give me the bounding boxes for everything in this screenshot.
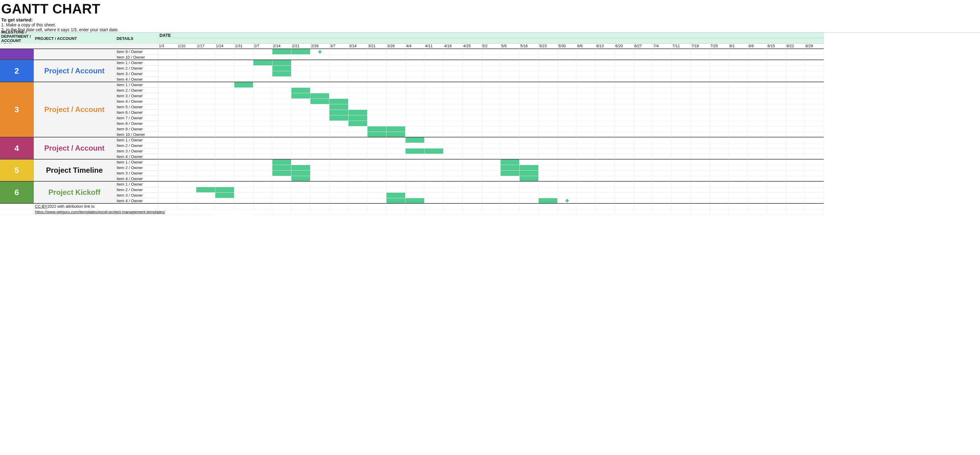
timeline-cell[interactable] bbox=[539, 82, 558, 88]
timeline-cell[interactable] bbox=[406, 82, 425, 88]
timeline-cell[interactable] bbox=[272, 115, 291, 121]
timeline-cell[interactable] bbox=[767, 137, 786, 143]
gantt-bar-cell[interactable] bbox=[368, 126, 387, 132]
timeline-cell[interactable] bbox=[196, 154, 215, 159]
timeline-cell[interactable] bbox=[463, 159, 482, 165]
timeline-cell[interactable] bbox=[482, 60, 501, 66]
timeline-cell[interactable] bbox=[672, 148, 691, 154]
timeline-cell[interactable] bbox=[786, 121, 805, 126]
timeline-cell[interactable] bbox=[158, 88, 177, 93]
timeline-cell[interactable] bbox=[253, 55, 272, 60]
timeline-cell[interactable] bbox=[729, 176, 748, 181]
timeline-cell[interactable] bbox=[425, 204, 444, 209]
timeline-cell[interactable] bbox=[729, 60, 748, 66]
timeline-cell[interactable] bbox=[729, 198, 748, 204]
timeline-cell[interactable] bbox=[767, 132, 786, 137]
timeline-cell[interactable] bbox=[672, 66, 691, 71]
timeline-cell[interactable] bbox=[425, 143, 444, 148]
date-col-3-7[interactable]: 3/7 bbox=[329, 44, 348, 49]
timeline-cell[interactable] bbox=[234, 143, 253, 148]
timeline-cell[interactable] bbox=[291, 137, 310, 143]
timeline-cell[interactable] bbox=[368, 93, 387, 99]
detail-cell[interactable]: Item 3 / Owner bbox=[115, 71, 158, 77]
timeline-cell[interactable] bbox=[291, 110, 310, 115]
timeline-cell[interactable] bbox=[691, 71, 710, 77]
timeline-cell[interactable] bbox=[272, 88, 291, 93]
timeline-cell[interactable] bbox=[501, 110, 520, 115]
timeline-cell[interactable] bbox=[691, 198, 710, 204]
timeline-cell[interactable] bbox=[482, 137, 501, 143]
timeline-cell[interactable] bbox=[786, 209, 805, 215]
timeline-cell[interactable] bbox=[291, 77, 310, 82]
timeline-cell[interactable] bbox=[558, 88, 577, 93]
timeline-cell[interactable] bbox=[444, 66, 463, 71]
timeline-cell[interactable] bbox=[786, 132, 805, 137]
timeline-cell[interactable] bbox=[387, 154, 406, 159]
timeline-cell[interactable] bbox=[482, 170, 501, 176]
timeline-cell[interactable] bbox=[463, 110, 482, 115]
timeline-cell[interactable] bbox=[329, 93, 348, 99]
timeline-cell[interactable] bbox=[272, 104, 291, 110]
timeline-cell[interactable] bbox=[596, 159, 615, 165]
timeline-cell[interactable] bbox=[615, 148, 634, 154]
timeline-cell[interactable] bbox=[805, 137, 824, 143]
timeline-cell[interactable] bbox=[653, 110, 672, 115]
timeline-cell[interactable] bbox=[387, 143, 406, 148]
timeline-cell[interactable] bbox=[158, 204, 177, 209]
timeline-cell[interactable] bbox=[291, 198, 310, 204]
timeline-cell[interactable] bbox=[672, 104, 691, 110]
timeline-cell[interactable] bbox=[786, 192, 805, 198]
timeline-cell[interactable] bbox=[463, 88, 482, 93]
timeline-cell[interactable] bbox=[691, 143, 710, 148]
timeline-cell[interactable] bbox=[177, 71, 196, 77]
timeline-cell[interactable] bbox=[805, 55, 824, 60]
date-col-2-14[interactable]: 2/14 bbox=[272, 44, 291, 49]
timeline-cell[interactable] bbox=[653, 192, 672, 198]
timeline-cell[interactable] bbox=[234, 170, 253, 176]
timeline-cell[interactable] bbox=[501, 126, 520, 132]
date-col-5-23[interactable]: 5/23 bbox=[539, 44, 558, 49]
group-label-3[interactable]: Project / Account bbox=[34, 82, 115, 137]
timeline-cell[interactable] bbox=[463, 93, 482, 99]
timeline-cell[interactable] bbox=[805, 66, 824, 71]
gantt-bar-cell[interactable] bbox=[348, 115, 368, 121]
timeline-cell[interactable] bbox=[615, 132, 634, 137]
timeline-cell[interactable] bbox=[234, 187, 253, 192]
timeline-cell[interactable] bbox=[368, 165, 387, 170]
timeline-cell[interactable] bbox=[501, 176, 520, 181]
timeline-cell[interactable] bbox=[805, 204, 824, 209]
timeline-cell[interactable] bbox=[158, 176, 177, 181]
timeline-cell[interactable] bbox=[634, 132, 653, 137]
timeline-cell[interactable] bbox=[463, 115, 482, 121]
timeline-cell[interactable] bbox=[158, 77, 177, 82]
timeline-cell[interactable] bbox=[253, 71, 272, 77]
timeline-cell[interactable] bbox=[520, 187, 539, 192]
gantt-bar-cell[interactable] bbox=[310, 99, 329, 104]
timeline-cell[interactable] bbox=[634, 104, 653, 110]
timeline-cell[interactable] bbox=[444, 192, 463, 198]
timeline-cell[interactable] bbox=[425, 126, 444, 132]
timeline-cell[interactable] bbox=[653, 77, 672, 82]
timeline-cell[interactable] bbox=[710, 66, 729, 71]
timeline-cell[interactable] bbox=[177, 176, 196, 181]
timeline-cell[interactable] bbox=[368, 170, 387, 176]
timeline-cell[interactable] bbox=[482, 110, 501, 115]
timeline-cell[interactable] bbox=[653, 49, 672, 55]
timeline-cell[interactable] bbox=[710, 170, 729, 176]
timeline-cell[interactable] bbox=[310, 143, 329, 148]
timeline-cell[interactable] bbox=[444, 99, 463, 104]
timeline-cell[interactable] bbox=[558, 71, 577, 77]
timeline-cell[interactable] bbox=[729, 93, 748, 99]
timeline-cell[interactable] bbox=[348, 66, 368, 71]
timeline-cell[interactable] bbox=[805, 143, 824, 148]
timeline-cell[interactable] bbox=[406, 60, 425, 66]
timeline-cell[interactable] bbox=[253, 148, 272, 154]
timeline-cell[interactable] bbox=[234, 176, 253, 181]
timeline-cell[interactable] bbox=[234, 60, 253, 66]
timeline-cell[interactable] bbox=[786, 104, 805, 110]
timeline-cell[interactable] bbox=[805, 187, 824, 192]
timeline-cell[interactable] bbox=[539, 115, 558, 121]
timeline-cell[interactable] bbox=[444, 121, 463, 126]
timeline-cell[interactable] bbox=[539, 204, 558, 209]
timeline-cell[interactable] bbox=[215, 60, 234, 66]
